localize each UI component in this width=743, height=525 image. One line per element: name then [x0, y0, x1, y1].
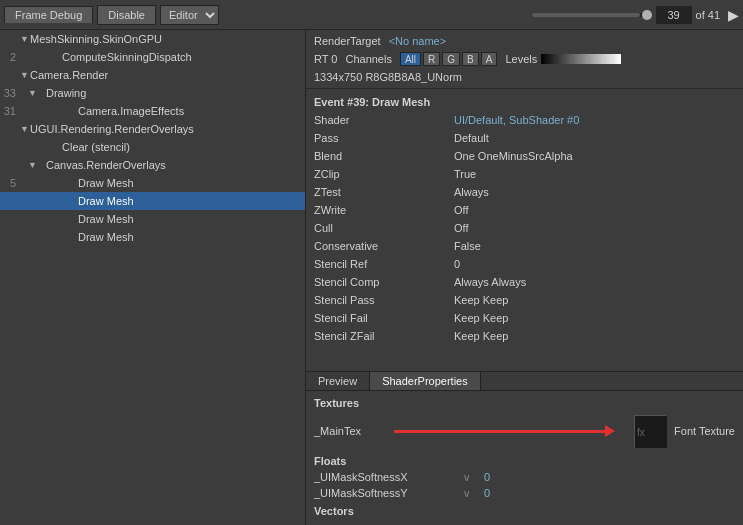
prop-row-stencil-fail: Stencil Fail Keep Keep	[306, 309, 743, 327]
red-arrow	[394, 425, 615, 437]
prop-row-stencil-zfail: Stencil ZFail Keep Keep	[306, 327, 743, 345]
hierarchy-item-camera-render[interactable]: Camera.Render	[0, 66, 305, 84]
prop-row-blend: Blend One OneMinusSrcAlpha	[306, 147, 743, 165]
res-label: 1334x750 R8G8B8A8_UNorm	[314, 71, 462, 83]
prop-value-stencil-comp: Always Always	[454, 276, 526, 288]
prop-row-stencil-comp: Stencil Comp Always Always	[306, 273, 743, 291]
levels-bar: Levels	[505, 53, 621, 65]
prop-row-pass: Pass Default	[306, 129, 743, 147]
item-label: Draw Mesh	[78, 177, 134, 189]
next-arrow-icon[interactable]: ▶	[728, 7, 739, 23]
float-row-x: _UIMaskSoftnessX v 0	[314, 469, 735, 485]
float-v-x: v	[464, 471, 484, 483]
channel-a-btn[interactable]: A	[481, 52, 498, 66]
top-bar: Frame Debug Disable Editor 39 of 41 ▶	[0, 0, 743, 30]
prop-value-cull: Off	[454, 222, 468, 234]
prop-row-stencil-ref: Stencil Ref 0	[306, 255, 743, 273]
res-row: 1334x750 R8G8B8A8_UNorm	[314, 68, 735, 86]
triangle-open-icon	[20, 70, 30, 80]
editor-dropdown[interactable]: Editor	[160, 5, 219, 25]
channels-label: Channels	[345, 53, 391, 65]
bottom-area: Preview ShaderProperties Textures _MainT…	[306, 371, 743, 525]
frame-number-input[interactable]: 39	[656, 6, 692, 24]
rt-label: RT 0	[314, 53, 337, 65]
tab-preview[interactable]: Preview	[306, 372, 370, 390]
prop-value-zclip: True	[454, 168, 476, 180]
channels-bar: All R G B A	[400, 52, 497, 66]
float-name-x: _UIMaskSoftnessX	[314, 471, 464, 483]
prop-value-stencil-pass: Keep Keep	[454, 294, 508, 306]
prop-row-zclip: ZClip True	[306, 165, 743, 183]
prop-name-ztest: ZTest	[314, 186, 454, 198]
prop-name-stencil-fail: Stencil Fail	[314, 312, 454, 324]
triangle-open-icon	[28, 88, 38, 98]
tab-shader-properties[interactable]: ShaderProperties	[370, 372, 481, 390]
tabs-row: Preview ShaderProperties	[306, 372, 743, 391]
texture-preview-container: fx Font Texture	[634, 415, 735, 447]
hierarchy-item-clear-stencil[interactable]: Clear (stencil)	[0, 138, 305, 156]
prop-name-pass: Pass	[314, 132, 454, 144]
floats-section: Floats _UIMaskSoftnessX v 0 _UIMaskSoftn…	[314, 455, 735, 501]
hierarchy-item-drawmesh-3[interactable]: Draw Mesh	[0, 210, 305, 228]
prop-row-ztest: ZTest Always	[306, 183, 743, 201]
prop-value-pass: Default	[454, 132, 489, 144]
right-panel: RenderTarget <No name> RT 0 Channels All…	[306, 30, 743, 525]
disable-button[interactable]: Disable	[97, 5, 156, 25]
slider-fill	[532, 13, 640, 17]
floats-section-title: Floats	[314, 455, 735, 467]
float-val-x: 0	[484, 471, 490, 483]
prop-row-conservative: Conservative False	[306, 237, 743, 255]
texture-label: Font Texture	[674, 425, 735, 437]
prop-value-blend: One OneMinusSrcAlpha	[454, 150, 573, 162]
prop-name-shader: Shader	[314, 114, 454, 126]
hierarchy-item-drawmesh-4[interactable]: Draw Mesh	[0, 228, 305, 246]
channels-row: RT 0 Channels All R G B A Levels	[314, 50, 735, 68]
line-num: 31	[0, 105, 20, 117]
hierarchy-item-ugui[interactable]: UGUI.Rendering.RenderOverlays	[0, 120, 305, 138]
levels-label: Levels	[505, 53, 537, 65]
triangle-open-icon	[28, 160, 38, 170]
item-label-selected: Draw Mesh	[78, 195, 134, 207]
channel-b-btn[interactable]: B	[462, 52, 479, 66]
frame-total-label: of 41	[696, 9, 720, 21]
prop-name-cull: Cull	[314, 222, 454, 234]
channel-g-btn[interactable]: G	[442, 52, 460, 66]
frame-slider-track[interactable]	[532, 13, 652, 17]
prop-name-stencil-pass: Stencil Pass	[314, 294, 454, 306]
prop-value-zwrite: Off	[454, 204, 468, 216]
hierarchy-item-canvas-renderoverlays[interactable]: Canvas.RenderOverlays	[0, 156, 305, 174]
prop-row-stencil-pass: Stencil Pass Keep Keep	[306, 291, 743, 309]
float-row-y: _UIMaskSoftnessY v 0	[314, 485, 735, 501]
hierarchy-item-drawing[interactable]: 33 Drawing	[0, 84, 305, 102]
frame-debug-tab[interactable]: Frame Debug	[4, 6, 93, 23]
event-title: Event #39: Draw Mesh	[306, 93, 743, 111]
properties-area: Event #39: Draw Mesh Shader UI/Default, …	[306, 89, 743, 371]
channel-all-btn[interactable]: All	[400, 52, 421, 66]
float-v-y: v	[464, 487, 484, 499]
item-label: Draw Mesh	[78, 231, 134, 243]
hierarchy-item-imageeffects[interactable]: 31 Camera.ImageEffects	[0, 102, 305, 120]
prop-value-conservative: False	[454, 240, 481, 252]
slider-thumb[interactable]	[642, 10, 652, 20]
texture-icon: fx	[635, 416, 667, 448]
hierarchy-item-compute[interactable]: 2 ComputeSkinningDispatch	[0, 48, 305, 66]
hierarchy-item-meshskinning[interactable]: MeshSkinning.SkinOnGPU	[0, 30, 305, 48]
item-label: ComputeSkinningDispatch	[62, 51, 192, 63]
prop-value-stencil-zfail: Keep Keep	[454, 330, 508, 342]
prop-name-zwrite: ZWrite	[314, 204, 454, 216]
vectors-section: Vectors	[314, 505, 735, 517]
prop-value-stencil-ref: 0	[454, 258, 460, 270]
prop-name-stencil-ref: Stencil Ref	[314, 258, 454, 270]
item-label: Draw Mesh	[78, 213, 134, 225]
item-label: MeshSkinning.SkinOnGPU	[30, 33, 162, 45]
hierarchy-item-drawmesh-5[interactable]: 5 Draw Mesh	[0, 174, 305, 192]
float-name-y: _UIMaskSoftnessY	[314, 487, 464, 499]
prop-row-shader: Shader UI/Default, SubShader #0	[306, 111, 743, 129]
prop-value-shader: UI/Default, SubShader #0	[454, 114, 579, 126]
item-label: Clear (stencil)	[62, 141, 130, 153]
line-num: 33	[0, 87, 20, 99]
line-num: 5	[0, 177, 20, 189]
preview-area: Textures _MainTex fx	[306, 391, 743, 525]
channel-r-btn[interactable]: R	[423, 52, 440, 66]
hierarchy-item-drawmesh-selected[interactable]: Draw Mesh	[0, 192, 305, 210]
